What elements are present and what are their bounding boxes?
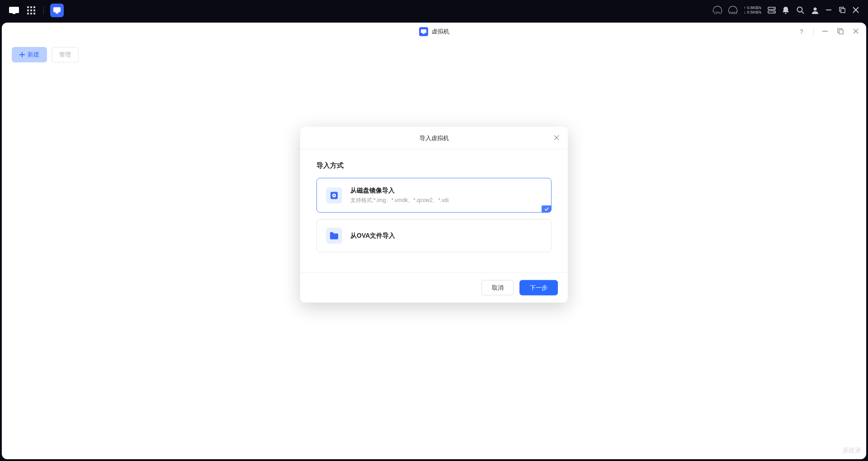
app-titlebar-controls: ? — [798, 28, 860, 35]
modal-title: 导入虚拟机 — [420, 134, 449, 142]
svg-point-15 — [774, 8, 774, 9]
svg-rect-31 — [839, 30, 843, 34]
os-minimize-icon[interactable] — [826, 7, 833, 14]
bell-icon[interactable] — [782, 6, 790, 14]
svg-rect-3 — [30, 6, 32, 8]
svg-rect-9 — [30, 13, 32, 14]
svg-rect-0 — [9, 7, 19, 13]
titlebar-divider — [813, 28, 814, 35]
network-meter[interactable]: ↑ 0.8KB/s ↓ 0.5KB/s — [744, 6, 761, 15]
modal-footer: 取消 下一步 — [300, 273, 568, 303]
app-minimize-icon[interactable] — [822, 28, 829, 35]
search-icon[interactable] — [797, 6, 805, 14]
app-window: 虚拟机 ? 新建 管理 导入虚拟机 — [2, 23, 866, 459]
import-vm-modal: 导入虚拟机 导入方式 从磁盘镜像导入 支持格式:*.img、*.vmdk、*.q… — [300, 127, 568, 303]
os-maximize-icon[interactable] — [839, 7, 846, 14]
svg-line-19 — [802, 11, 804, 14]
svg-point-16 — [774, 12, 774, 13]
apps-grid-icon[interactable] — [25, 6, 37, 15]
option-disk-image-title: 从磁盘镜像导入 — [350, 187, 448, 195]
net-down-label: ↓ 0.5KB/s — [744, 10, 761, 15]
next-button[interactable]: 下一步 — [519, 280, 558, 296]
svg-rect-10 — [33, 13, 35, 14]
manage-button[interactable]: 管理 — [52, 47, 79, 62]
modal-header: 导入虚拟机 — [300, 127, 568, 150]
svg-rect-11 — [53, 7, 61, 12]
ram-meter[interactable]: RAM — [728, 6, 737, 15]
svg-rect-5 — [27, 9, 29, 11]
selected-check-icon — [542, 206, 552, 213]
app-titlebar: 虚拟机 ? — [2, 23, 866, 41]
disk-image-icon — [326, 187, 342, 203]
svg-rect-23 — [841, 9, 845, 13]
cancel-button-label: 取消 — [492, 284, 504, 292]
next-button-label: 下一步 — [530, 284, 547, 292]
cancel-button[interactable]: 取消 — [481, 280, 514, 296]
svg-rect-1 — [13, 13, 15, 14]
taskbar-right: CPU RAM ↑ 0.8KB/s ↓ 0.5KB/s — [713, 6, 860, 15]
svg-text:?: ? — [800, 28, 803, 35]
modal-body: 导入方式 从磁盘镜像导入 支持格式:*.img、*.vmdk、*.qcow2、*… — [300, 150, 568, 273]
taskbar-left — [8, 4, 64, 17]
svg-rect-12 — [56, 12, 58, 14]
watermark: 系统迷 — [842, 446, 861, 455]
app-toolbar: 新建 管理 — [2, 41, 866, 69]
svg-rect-8 — [27, 13, 29, 14]
import-method-title: 导入方式 — [316, 161, 552, 170]
storage-icon[interactable] — [768, 6, 776, 14]
svg-rect-2 — [27, 6, 29, 8]
app-title: 虚拟机 — [432, 28, 449, 36]
folder-icon — [326, 228, 342, 244]
svg-point-20 — [814, 8, 817, 11]
new-button-label: 新建 — [28, 51, 39, 59]
app-maximize-icon[interactable] — [837, 28, 844, 35]
help-icon[interactable]: ? — [798, 28, 805, 35]
os-close-icon[interactable] — [853, 7, 860, 14]
option-ova-file[interactable]: 从OVA文件导入 — [316, 219, 552, 253]
manage-button-label: 管理 — [59, 51, 71, 59]
app-close-icon[interactable] — [853, 28, 860, 35]
new-button[interactable]: 新建 — [12, 47, 47, 62]
svg-rect-26 — [421, 29, 426, 33]
svg-point-40 — [334, 195, 335, 196]
os-taskbar: CPU RAM ↑ 0.8KB/s ↓ 0.5KB/s — [0, 0, 868, 21]
plus-icon — [19, 52, 25, 57]
option-ova-file-title: 从OVA文件导入 — [350, 232, 395, 240]
option-disk-image-text: 从磁盘镜像导入 支持格式:*.img、*.vmdk、*.qcow2、*.vdi — [350, 187, 448, 204]
svg-rect-7 — [33, 9, 35, 11]
cpu-meter[interactable]: CPU — [713, 6, 722, 15]
option-ova-file-text: 从OVA文件导入 — [350, 232, 395, 240]
option-disk-image-sub: 支持格式:*.img、*.vmdk、*.qcow2、*.vdi — [350, 197, 448, 204]
taskbar-divider — [43, 6, 44, 14]
option-disk-image[interactable]: 从磁盘镜像导入 支持格式:*.img、*.vmdk、*.qcow2、*.vdi — [316, 178, 552, 213]
app-title-group: 虚拟机 — [419, 27, 449, 36]
svg-point-17 — [785, 13, 787, 14]
desktop-icon[interactable] — [8, 6, 20, 15]
svg-rect-6 — [30, 9, 32, 11]
app-icon — [419, 27, 428, 36]
svg-rect-27 — [423, 33, 425, 34]
taskbar-app-vm[interactable] — [50, 4, 64, 17]
svg-rect-4 — [33, 6, 35, 8]
svg-point-18 — [797, 7, 802, 12]
user-icon[interactable] — [811, 6, 819, 14]
modal-close-icon[interactable] — [553, 134, 561, 141]
